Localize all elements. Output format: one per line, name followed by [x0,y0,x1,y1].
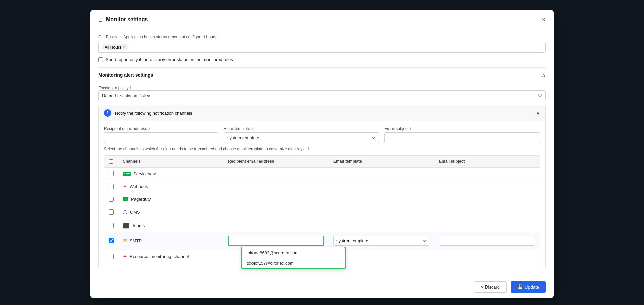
smtp-subject-input[interactable] [439,236,535,246]
pagerduty-label: Pagerduty [131,197,151,202]
dropdown-option-1[interactable]: lokage8683@scarden.com [242,247,345,258]
resource-label: Resource_monitoring_channel [130,254,189,259]
webhook-label: Webhook [130,184,148,189]
th-subject: Email subject [434,156,540,167]
td-channel-servicenow: now Servicenow [118,168,223,180]
smtp-row: ✉ SMTP lokage8683@scarden.com [104,232,540,250]
table-row: ✦ Webhook [104,180,540,193]
escalation-row: Escalation policy ℹ Default Escalation P… [98,85,546,101]
subject-label: Email subject ℹ [384,126,540,131]
table-row: ⬡ OMS [104,205,540,219]
modal-body: Get Business Application health status r… [90,28,554,276]
td-checkbox-pagerduty [104,197,118,202]
td-channel-oms: ⬡ OMS [118,205,223,219]
table-header: Channels Recipient email address Email t… [104,156,540,168]
checkbox-servicenow[interactable] [109,171,114,176]
notification-block: 1 Notify the following notification chan… [98,105,546,269]
tag-close-icon[interactable]: × [123,45,125,50]
subject-input[interactable] [384,132,540,143]
oms-label: OMS [130,209,140,215]
td-channel-smtp: ✉ SMTP [118,234,223,247]
hours-field[interactable]: All Hours × [98,42,546,53]
helper-text: Select the channels to which the alert n… [104,146,540,151]
dropdown-option-2[interactable]: tololof157@cironex.com [242,258,345,268]
checkbox-webhook[interactable] [109,184,114,189]
checkbox-oms[interactable] [109,209,114,215]
helper-info-icon[interactable]: ℹ [308,146,309,151]
all-hours-tag: All Hours × [102,44,128,50]
subject-info-icon[interactable]: ℹ [410,126,411,131]
td-subject-resource [434,253,540,260]
td-checkbox-oms [104,209,118,215]
checkbox-resource[interactable] [109,254,114,259]
monitor-settings-modal: ⊟ Monitor settings × Get Business Applic… [90,10,554,298]
td-channel-webhook: ✦ Webhook [118,180,223,193]
td-template-teams [329,222,434,229]
channel-form-grid: Recipient email address ℹ Email template… [104,126,540,143]
template-info-icon[interactable]: ℹ [251,126,253,131]
oms-icon: ⬡ [123,209,127,215]
td-recipient-servicenow [223,170,329,177]
checkbox-pagerduty[interactable] [109,197,114,202]
modal-header: ⊟ Monitor settings × [90,10,554,28]
td-checkbox-resource [104,254,118,259]
close-button[interactable]: × [542,16,546,23]
th-channels: Channels [118,156,223,167]
template-label: Email template ℹ [224,126,379,131]
td-checkbox-smtp [104,238,118,243]
smtp-email-input[interactable] [228,236,324,246]
td-channel-resource: ✦ Resource_monitoring_channel [118,250,223,263]
th-recipient: Recipient email address [223,156,329,167]
health-section: Get Business Application health status r… [98,35,546,62]
td-checkbox-servicenow [104,171,118,176]
monitor-icon: ⊟ [98,16,103,23]
recipient-group: Recipient email address ℹ [104,126,218,143]
escalation-info-icon[interactable]: ℹ [130,85,131,90]
monitoring-alert-chevron-icon[interactable]: ∧ [542,72,546,78]
td-template-pagerduty [329,196,434,203]
servicenow-icon: now [123,172,131,176]
th-checkbox [104,156,118,167]
escalation-select-wrap: Default Escalation Policy [98,90,546,101]
td-subject-teams [434,222,540,229]
td-subject-oms [434,209,540,216]
notification-chevron-icon[interactable]: ∧ [536,110,540,116]
teams-label: Teams [132,223,145,228]
discard-button[interactable]: × Discard [474,281,507,293]
pagerduty-icon: pd [123,197,128,201]
td-recipient-teams [223,222,329,229]
td-subject-servicenow [434,170,540,177]
modal-overlay: ⊟ Monitor settings × Get Business Applic… [0,0,644,305]
smtp-icon: ✉ [123,238,127,244]
smtp-template-select[interactable]: system template [333,236,429,246]
send-only-error-checkbox[interactable] [98,57,103,62]
td-checkbox-teams [104,223,118,228]
template-select[interactable]: system template [224,132,379,143]
td-template-webhook [329,183,434,190]
table-row: now Servicenow [104,168,540,180]
checkbox-teams[interactable] [109,223,114,228]
update-button[interactable]: 💾 Update [511,281,546,293]
send-only-error-row: Send report only if there is any error s… [98,57,546,62]
recipient-info-icon[interactable]: ℹ [148,126,150,131]
td-recipient-webhook [223,183,329,190]
checkbox-smtp[interactable] [109,238,114,243]
td-subject-smtp [434,233,540,249]
subject-group: Email subject ℹ [384,126,540,143]
send-only-error-label: Send report only if there is any error s… [106,57,233,62]
td-recipient-smtp: lokage8683@scarden.com tololof157@cirone… [223,232,329,250]
td-channel-teams: ⬛ Teams [118,219,223,232]
notification-number: 1 [104,109,111,117]
recipient-label: Recipient email address ℹ [104,126,218,131]
td-checkbox-webhook [104,184,118,189]
channels-table: Channels Recipient email address Email t… [104,155,540,263]
monitoring-alert-title: Monitoring alert settings [98,72,153,78]
select-all-checkbox[interactable] [109,159,113,164]
td-recipient-oms [223,209,329,216]
modal-title: Monitor settings [106,16,148,23]
notification-header-left: 1 Notify the following notification chan… [104,109,192,117]
tag-label: All Hours [105,45,121,50]
escalation-select[interactable]: Default Escalation Policy [98,90,546,101]
modal-footer: × Discard 💾 Update [90,276,554,298]
recipient-input[interactable] [104,132,218,143]
